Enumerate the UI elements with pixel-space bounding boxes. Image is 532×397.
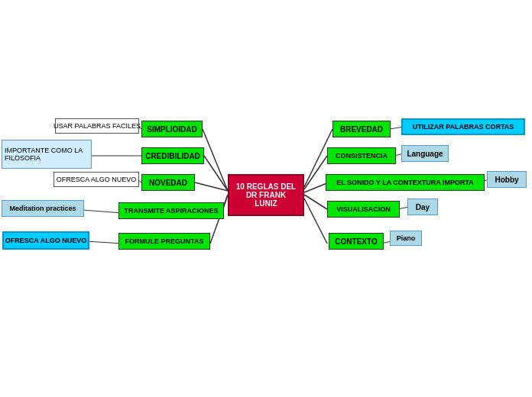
formule-node: FORMULE PREGUNTAS xyxy=(118,233,210,250)
importante-label: IMPORTANTE COMO LA FILOSOFIA xyxy=(5,147,89,162)
transmite-node: TRANSMITE ASPIRACIONES xyxy=(118,202,224,219)
brevedad-node: BREVEDAD xyxy=(332,121,391,137)
visualisacion-node: VISUALISACION xyxy=(327,201,400,218)
ofresca-algo-node: OFRESCA ALGO NUEVO xyxy=(54,172,139,187)
svg-line-1 xyxy=(204,156,228,191)
simplioidad-node: SIMPLIOIDAD xyxy=(141,121,203,137)
day-node: Day xyxy=(407,198,438,215)
hobby-node: Hobby xyxy=(487,171,527,188)
svg-line-14 xyxy=(86,241,122,244)
ofresca-algo2-node: OFRESCA ALGO NUEVO xyxy=(2,231,89,250)
utilizar-palabras-node: UTILIZAR PALABRAS CORTAS xyxy=(401,118,525,135)
svg-line-2 xyxy=(195,182,228,191)
svg-line-9 xyxy=(304,198,327,244)
svg-line-13 xyxy=(82,210,122,213)
novedad-node: NOVEDAD xyxy=(141,174,195,191)
svg-line-8 xyxy=(304,195,327,209)
importante-node: IMPORTANTE COMO LA FILOSOFIA xyxy=(2,140,92,169)
consistencia-node: CONSISTENCIA xyxy=(327,147,396,164)
contexto-node: CONTEXTO xyxy=(329,233,384,250)
svg-line-0 xyxy=(203,129,228,191)
meditation-node: Meditation practices xyxy=(2,200,84,217)
elsonido-node: EL SONIDO Y LA CONTEXTURA IMPORTA xyxy=(326,174,485,191)
language-node: Language xyxy=(401,145,449,162)
credibilidad-node: CREDIBILIDAD xyxy=(141,147,204,164)
usar-palabras-node: USAR PALABRAS FACILES xyxy=(55,118,139,134)
center-node: 10 REGLAS DEL DR FRANK LUNIZ xyxy=(228,174,304,216)
piano-node: Piano xyxy=(390,231,422,246)
svg-line-6 xyxy=(304,156,327,189)
